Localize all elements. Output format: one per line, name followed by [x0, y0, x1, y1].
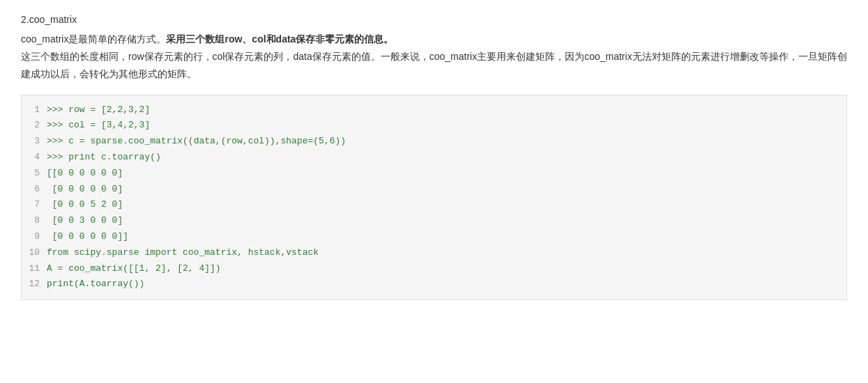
code-line: 2>>> col = [3,4,2,3]: [22, 118, 846, 134]
line-number: 5: [22, 166, 47, 181]
code-line: 7 [0 0 0 5 2 0]: [22, 197, 846, 213]
code-line: 12print(A.toarray()): [22, 276, 846, 292]
line-number: 11: [22, 262, 47, 276]
code-line: 10from scipy.sparse import coo_matrix, h…: [22, 245, 846, 261]
line-number: 12: [22, 277, 47, 292]
line-number: 4: [22, 150, 47, 165]
line-number: 9: [22, 230, 47, 244]
code-line: 3>>> c = sparse.coo_matrix((data,(row,co…: [22, 134, 846, 150]
code-line: 6 [0 0 0 0 0 0]: [22, 182, 846, 198]
line-content: [0 0 3 0 0 0]: [47, 214, 123, 228]
line-number: 10: [22, 246, 47, 260]
line-content: A = coo_matrix([[1, 2], [2, 4]]): [47, 262, 221, 276]
line-content: >>> col = [3,4,2,3]: [47, 118, 150, 133]
code-line: 11A = coo_matrix([[1, 2], [2, 4]]): [22, 261, 846, 277]
line-content: [[0 0 0 0 0 0]: [47, 166, 123, 181]
line-number: 7: [22, 198, 47, 212]
line-number: 2: [22, 118, 47, 133]
code-block: 1>>> row = [2,2,3,2]2>>> col = [3,4,2,3]…: [21, 95, 847, 301]
line-number: 6: [22, 182, 47, 197]
line-content: >>> c = sparse.coo_matrix((data,(row,col…: [47, 134, 346, 149]
line-content: [0 0 0 0 0 0]: [47, 182, 123, 197]
line-content: >>> row = [2,2,3,2]: [47, 103, 150, 118]
line-content: >>> print c.toarray(): [47, 150, 161, 165]
line-content: print(A.toarray()): [47, 277, 144, 292]
line-number: 3: [22, 134, 47, 149]
code-line: 1>>> row = [2,2,3,2]: [22, 102, 846, 118]
desc2: 这三个数组的长度相同，row保存元素的行，col保存元素的列，data保存元素的…: [21, 51, 847, 79]
line-content: from scipy.sparse import coo_matrix, hst…: [47, 246, 319, 260]
description-block: coo_matrix是最简单的存储方式。采用三个数组row、col和data保存…: [21, 31, 847, 84]
line-number: 8: [22, 214, 47, 228]
line-content: [0 0 0 5 2 0]: [47, 198, 123, 212]
desc1-normal: coo_matrix是最简单的存储方式。: [21, 33, 166, 45]
desc1-bold: 采用三个数组row、col和data保存非零元素的信息。: [166, 33, 393, 45]
line-content: [0 0 0 0 0 0]]: [47, 230, 128, 244]
code-line: 8 [0 0 3 0 0 0]: [22, 213, 846, 229]
code-line: 5[[0 0 0 0 0 0]: [22, 166, 846, 182]
line-number: 1: [22, 103, 47, 118]
code-line: 4>>> print c.toarray(): [22, 150, 846, 166]
code-line: 9 [0 0 0 0 0 0]]: [22, 229, 846, 245]
section-title: 2.coo_matrix: [21, 14, 847, 25]
